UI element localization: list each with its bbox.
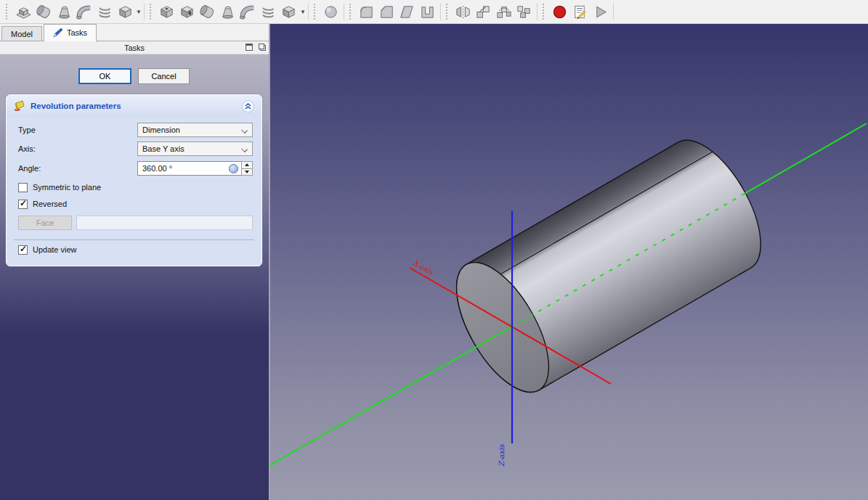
angle-spin-up[interactable]: [241, 161, 253, 169]
additive-pipe-icon: [76, 4, 93, 20]
divider: [14, 239, 254, 240]
macro-edit-icon: [572, 4, 588, 20]
symmetric-label: Symmetric to plane: [33, 183, 101, 192]
toolbar-linear-pattern-button[interactable]: [474, 1, 494, 22]
thickness-icon: [419, 4, 436, 20]
toolbar-subtractive-primitive-dropdown-arrow[interactable]: ▼: [300, 9, 306, 15]
toolbar-macro-execute-button[interactable]: [591, 1, 611, 22]
axis-value: Base Y axis: [142, 144, 184, 153]
toolbar-pocket-button[interactable]: [157, 1, 177, 22]
toolbar-macro-edit-button[interactable]: [570, 1, 591, 22]
main-area: Model Tasks Tasks OK: [0, 24, 868, 500]
toolbar-thickness-button[interactable]: [418, 1, 438, 22]
axis-row: Axis: Base Y axis: [7, 142, 261, 157]
tab-model[interactable]: Model: [1, 26, 42, 41]
x-axis-label: X-axis: [412, 258, 435, 276]
left-panel: Model Tasks Tasks OK: [0, 24, 270, 500]
boolean-operation-icon: [323, 4, 339, 20]
toolbar-chamfer-button[interactable]: [377, 1, 397, 22]
toolbar-drag-handle[interactable]: [314, 4, 317, 20]
additive-helix-icon: [97, 4, 113, 20]
tab-tasks[interactable]: Tasks: [44, 24, 97, 41]
toolbar-drag-handle[interactable]: [6, 4, 9, 20]
pencil-icon: [53, 28, 63, 38]
axis-combobox[interactable]: Base Y axis: [137, 142, 253, 156]
toolbar-mirrored-button[interactable]: [453, 1, 474, 22]
toolbar: ▼▼: [0, 0, 868, 24]
toolbar-subtractive-primitive-button[interactable]: [279, 1, 299, 22]
fillet-icon: [358, 4, 375, 20]
toolbar-pad-button[interactable]: [13, 1, 33, 22]
toolbar-subtractive-pipe-button[interactable]: [238, 1, 259, 22]
tab-model-label: Model: [11, 30, 33, 38]
checkbox-icon: [18, 245, 28, 255]
toolbar-macro-record-button[interactable]: [550, 1, 570, 22]
cancel-button[interactable]: Cancel: [138, 68, 190, 84]
dialog-title: Revolution parameters: [31, 102, 237, 110]
face-row: Face: [7, 216, 261, 231]
dock-panel-icon[interactable]: [246, 44, 253, 51]
type-label: Type: [18, 126, 36, 134]
toolbar-fillet-button[interactable]: [357, 1, 377, 22]
chevron-down-icon: [241, 127, 248, 134]
type-row: Type Dimension: [7, 123, 261, 138]
reversed-label: Reversed: [33, 200, 67, 208]
toolbar-additive-primitive-dropdown-arrow[interactable]: ▼: [136, 9, 142, 15]
angle-input[interactable]: 360.00 °: [137, 161, 241, 176]
toolbar-groove-button[interactable]: [198, 1, 218, 22]
toolbar-hole-button[interactable]: [177, 1, 198, 22]
panel-tabbar: Model Tasks: [0, 24, 269, 41]
3d-scene: X-axis Z-axis: [270, 24, 867, 499]
linear-pattern-icon: [475, 4, 492, 20]
toolbar-subtractive-loft-button[interactable]: [218, 1, 238, 22]
chevron-double-up-icon: [244, 102, 252, 110]
axis-label: Axis:: [18, 144, 36, 153]
macro-record-icon: [551, 4, 568, 20]
collapse-button[interactable]: [242, 100, 254, 112]
reversed-checkbox[interactable]: Reversed: [18, 199, 67, 209]
toolbar-additive-primitive-button[interactable]: [115, 1, 135, 22]
toolbar-boolean-operation-button[interactable]: [321, 1, 341, 22]
cylinder-solid[interactable]: [438, 126, 779, 406]
draft-icon: [399, 4, 415, 20]
toolbar-drag-handle[interactable]: [349, 4, 353, 20]
toolbar-additive-pipe-button[interactable]: [74, 1, 94, 22]
toolbar-additive-helix-button[interactable]: [94, 1, 115, 22]
toolbar-separator: [440, 3, 441, 20]
expression-editor-icon[interactable]: [229, 164, 238, 173]
toolbar-polar-pattern-button[interactable]: [494, 1, 514, 22]
toolbar-revolution-button[interactable]: [33, 1, 54, 22]
toolbar-separator: [613, 3, 614, 20]
float-panel-icon[interactable]: [259, 44, 264, 49]
update-view-checkbox[interactable]: Update view: [18, 245, 77, 255]
mirrored-icon: [455, 4, 471, 20]
revolution-icon: [14, 100, 25, 112]
checkbox-icon: [18, 200, 28, 209]
3d-viewport[interactable]: X-axis Z-axis: [270, 24, 868, 500]
face-button[interactable]: Face: [18, 216, 72, 230]
toolbar-drag-handle[interactable]: [150, 4, 153, 20]
y-axis-line: [743, 123, 867, 194]
type-combobox[interactable]: Dimension: [137, 123, 253, 137]
toolbar-additive-loft-button[interactable]: [54, 1, 74, 22]
pad-icon: [15, 4, 32, 20]
chamfer-icon: [378, 4, 395, 20]
angle-value: 360.00 °: [142, 164, 172, 173]
ok-button[interactable]: OK: [78, 68, 131, 84]
macro-execute-icon: [592, 4, 609, 20]
tab-tasks-label: Tasks: [67, 28, 87, 37]
symmetric-checkbox[interactable]: Symmetric to plane: [18, 182, 101, 192]
freecad-window: ▼▼ Model Tasks Tasks: [0, 0, 868, 500]
toolbar-subtractive-helix-button[interactable]: [259, 1, 279, 22]
angle-spin-down[interactable]: [241, 169, 253, 176]
additive-loft-icon: [56, 4, 73, 20]
angle-row: Angle: 360.00 °: [7, 161, 261, 176]
groove-icon: [199, 4, 216, 20]
toolbar-drag-handle[interactable]: [543, 4, 546, 20]
face-input[interactable]: [76, 216, 253, 230]
checkbox-icon: [18, 183, 28, 192]
toolbar-drag-handle[interactable]: [446, 4, 450, 20]
arrow-down-icon: [245, 171, 249, 173]
toolbar-multitransform-button[interactable]: [514, 1, 535, 22]
toolbar-draft-button[interactable]: [397, 1, 418, 22]
